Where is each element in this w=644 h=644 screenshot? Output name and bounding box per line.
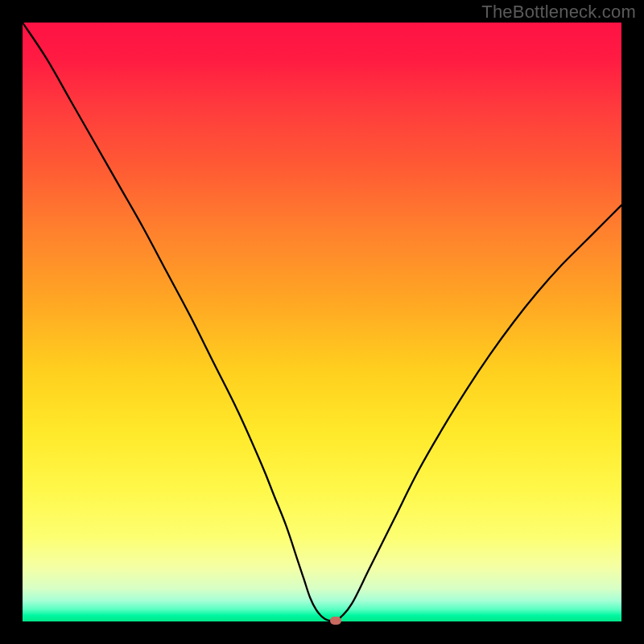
minimum-marker: [330, 617, 341, 625]
watermark-text: TheBottleneck.com: [481, 2, 636, 23]
bottleneck-curve-path: [23, 23, 621, 621]
chart-frame: TheBottleneck.com: [0, 0, 644, 644]
plot-area: [23, 23, 621, 621]
curve-svg: [23, 23, 621, 621]
